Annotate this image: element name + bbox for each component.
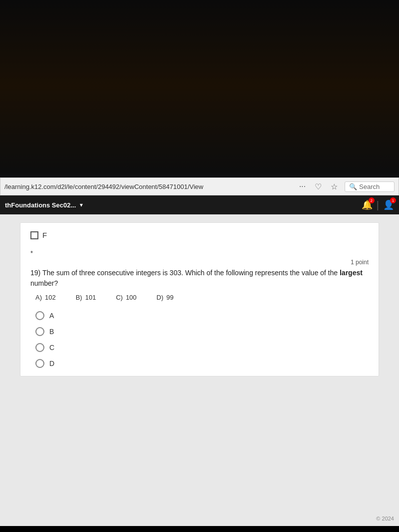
user-profile-button[interactable]: 👤 1 bbox=[383, 199, 394, 210]
checkbox-f-row: F bbox=[30, 231, 369, 239]
radio-circle-d bbox=[35, 359, 44, 368]
ellipsis-icon: ··· bbox=[299, 182, 306, 191]
choice-c: C) 100 bbox=[116, 294, 136, 301]
search-box[interactable]: 🔍 Search bbox=[345, 181, 395, 192]
toolbar-dropdown-icon[interactable]: ▾ bbox=[80, 201, 83, 208]
notification-badge: 2 bbox=[369, 197, 375, 203]
question-text-before-bold: The sum of three consecutive integers is… bbox=[42, 269, 340, 277]
content-card: F * 1 point 19) The sum of three consecu… bbox=[20, 222, 379, 376]
choice-b-letter: B) bbox=[76, 294, 82, 301]
footer-text: © 2024 bbox=[376, 516, 394, 522]
radio-label-d: D bbox=[49, 359, 54, 367]
radio-circle-a bbox=[35, 311, 44, 320]
points-badge: 1 point bbox=[351, 259, 369, 266]
question-text-after-bold: number? bbox=[30, 279, 58, 287]
toolbar-divider: | bbox=[377, 199, 379, 211]
radio-circle-b bbox=[35, 327, 44, 336]
question-header: 1 point bbox=[30, 259, 369, 266]
answer-choices-display: A) 102 B) 101 C) 100 D) 99 bbox=[30, 294, 369, 301]
dark-background: /learning.k12.com/d2l/le/content/294492/… bbox=[0, 0, 399, 214]
choice-a: A) 102 bbox=[35, 294, 56, 301]
star-button[interactable]: ☆ bbox=[329, 181, 340, 192]
radio-options: A B C D bbox=[30, 311, 369, 368]
address-bar-icons: ··· ♡ ☆ 🔍 Search bbox=[297, 181, 395, 192]
question-number: 19) bbox=[30, 269, 40, 277]
choice-c-value: 100 bbox=[126, 294, 137, 301]
f-label: F bbox=[42, 231, 47, 239]
choice-b-value: 101 bbox=[85, 294, 96, 301]
radio-label-c: C bbox=[49, 344, 54, 352]
f-checkbox[interactable] bbox=[30, 231, 38, 239]
star-icon: ☆ bbox=[331, 182, 338, 191]
user-badge: 1 bbox=[390, 197, 396, 203]
radio-option-b[interactable]: B bbox=[35, 327, 369, 336]
radio-circle-c bbox=[35, 343, 44, 352]
address-url[interactable]: /learning.k12.com/d2l/le/content/294492/… bbox=[4, 183, 293, 190]
radio-option-c[interactable]: C bbox=[35, 343, 369, 352]
choice-c-letter: C) bbox=[116, 294, 123, 301]
browser-toolbar: thFoundations Sec02... ▾ 🔔 2 | 👤 1 bbox=[0, 195, 399, 214]
address-bar: /learning.k12.com/d2l/le/content/294492/… bbox=[0, 177, 399, 195]
radio-option-a[interactable]: A bbox=[35, 311, 369, 320]
radio-option-d[interactable]: D bbox=[35, 359, 369, 368]
question-container: * 1 point 19) The sum of three consecuti… bbox=[30, 249, 369, 368]
search-label: Search bbox=[359, 183, 380, 190]
choice-d-value: 99 bbox=[167, 294, 174, 301]
bookmark-button[interactable]: ♡ bbox=[313, 181, 324, 192]
required-asterisk: * bbox=[30, 249, 369, 257]
radio-label-b: B bbox=[49, 328, 54, 336]
heart-icon: ♡ bbox=[315, 182, 322, 191]
choice-b: B) 101 bbox=[76, 294, 96, 301]
toolbar-title: thFoundations Sec02... bbox=[5, 201, 76, 209]
question-text: 19) The sum of three consecutive integer… bbox=[30, 268, 369, 289]
choice-a-value: 102 bbox=[45, 294, 56, 301]
page-content: F * 1 point 19) The sum of three consecu… bbox=[0, 214, 399, 511]
radio-label-a: A bbox=[49, 312, 54, 320]
choice-d: D) 99 bbox=[157, 294, 174, 301]
toolbar-right: 🔔 2 | 👤 1 bbox=[362, 199, 394, 211]
choice-d-letter: D) bbox=[157, 294, 164, 301]
more-options-button[interactable]: ··· bbox=[297, 181, 308, 192]
choice-a-letter: A) bbox=[35, 294, 42, 301]
question-bold-text: largest bbox=[340, 269, 363, 277]
browser-chrome: /learning.k12.com/d2l/le/content/294492/… bbox=[0, 177, 399, 214]
notification-button[interactable]: 🔔 2 bbox=[362, 199, 373, 210]
toolbar-left: thFoundations Sec02... ▾ bbox=[5, 201, 83, 209]
search-icon: 🔍 bbox=[349, 183, 357, 190]
bottom-area: © 2024 bbox=[0, 511, 399, 526]
